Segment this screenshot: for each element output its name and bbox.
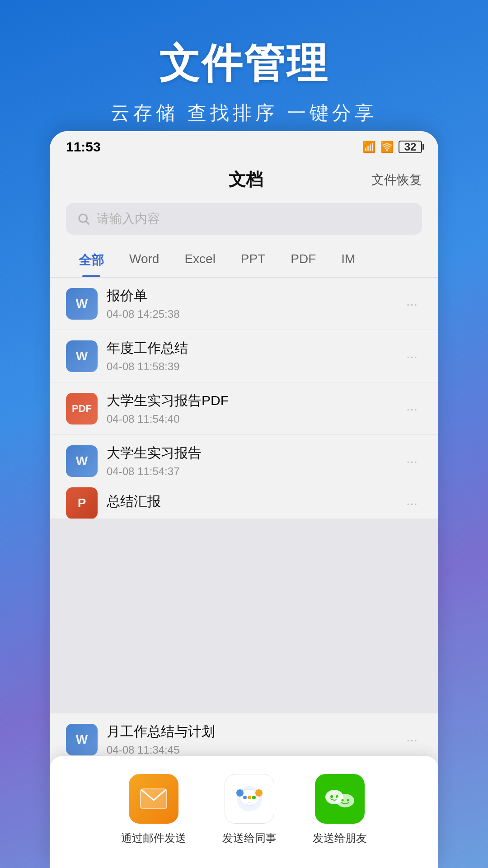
colleague-icon bbox=[234, 783, 265, 815]
svg-point-13 bbox=[336, 794, 354, 807]
svg-point-6 bbox=[248, 796, 251, 799]
share-popup: 通过邮件发送 bbox=[50, 756, 438, 868]
email-icon bbox=[140, 788, 167, 809]
wechat-icon-box bbox=[315, 774, 365, 824]
colleague-icon-box bbox=[225, 774, 274, 824]
phone-mockup: 11:53 📶 🛜 32 文档 文件恢复 请输入内容 全部 Word Excel bbox=[50, 131, 438, 868]
share-email-label: 通过邮件发送 bbox=[121, 831, 186, 845]
share-colleague-item[interactable]: 发送给同事 bbox=[222, 774, 277, 845]
share-colleague-label: 发送给同事 bbox=[222, 831, 277, 845]
svg-point-14 bbox=[342, 799, 344, 802]
app-header: 文件管理 云存储 查找排序 一键分享 bbox=[0, 0, 488, 144]
svg-point-5 bbox=[243, 796, 247, 799]
svg-point-7 bbox=[252, 796, 256, 799]
share-items: 通过邮件发送 bbox=[77, 774, 411, 845]
svg-point-8 bbox=[236, 789, 244, 797]
svg-point-15 bbox=[347, 799, 349, 802]
svg-point-9 bbox=[255, 789, 263, 797]
share-email-item[interactable]: 通过邮件发送 bbox=[121, 774, 186, 845]
app-title: 文件管理 bbox=[0, 36, 488, 91]
share-wechat-item[interactable]: 发送给朋友 bbox=[313, 774, 367, 845]
share-wechat-label: 发送给朋友 bbox=[313, 831, 367, 845]
svg-point-11 bbox=[330, 795, 333, 798]
wechat-icon bbox=[324, 785, 355, 812]
email-icon-box bbox=[129, 774, 178, 824]
app-subtitle: 云存储 查找排序 一键分享 bbox=[0, 100, 488, 126]
